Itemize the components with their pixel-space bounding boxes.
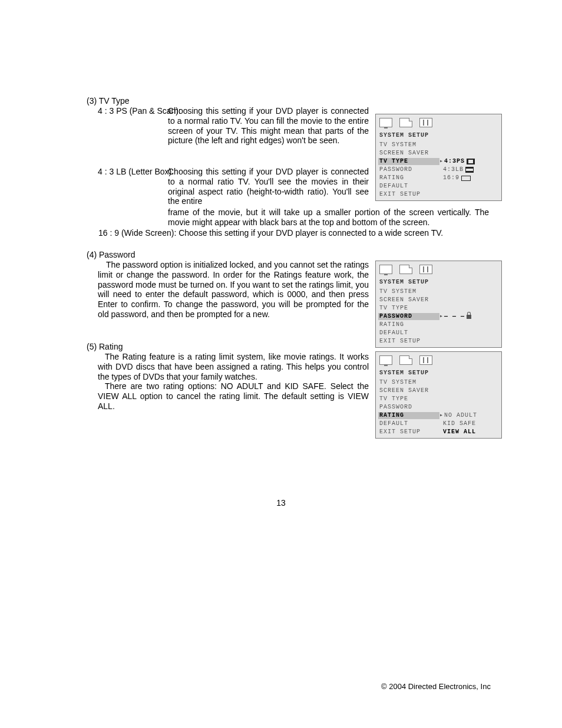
- note-icon: [399, 355, 412, 365]
- osd-label: TV SYSTEM: [379, 379, 438, 386]
- osd-figure-rating: SYSTEM SETUP TV SYSTEM SCREEN SAVER TV T…: [375, 351, 502, 439]
- osd-item-password: PASSWORD: [376, 403, 501, 411]
- osd-item-exit: EXIT SETUP: [376, 190, 501, 199]
- arrow-icon: ▸: [439, 158, 444, 165]
- monitor-icon: [379, 118, 392, 127]
- osd-label: RATING: [379, 321, 438, 328]
- osd-item-password: PASSWORD ▸ — — —: [376, 312, 501, 321]
- ratio-lb-icon: [465, 167, 474, 173]
- osd-label: EXIT SETUP: [379, 338, 438, 345]
- osd-iconbar: [376, 352, 501, 370]
- section-4-header: (4) Password: [87, 250, 135, 260]
- section-5-header: (5) Rating: [87, 342, 123, 352]
- sliders-icon: [419, 265, 432, 274]
- osd-label: DEFAULT: [379, 420, 438, 427]
- monitor-icon: [379, 355, 392, 365]
- osd-label: TV TYPE: [378, 158, 439, 165]
- tv-type-lb-desc-b: frame of the movie, but it will take up …: [168, 207, 489, 228]
- tv-type-lb-desc-a: Choosing this setting if your DVD player…: [168, 167, 369, 206]
- osd-label: DEFAULT: [379, 330, 438, 337]
- osd-label: SCREEN SAVER: [379, 297, 438, 304]
- section-3-header: (3) TV Type: [87, 96, 130, 106]
- osd-item-rating: RATING 16:9: [376, 174, 501, 182]
- ratio-ws-icon: [461, 176, 471, 181]
- rating-p1: The Rating feature is a rating limit sys…: [98, 352, 369, 381]
- osd-item-screen-saver: SCREEN SAVER: [376, 149, 501, 157]
- page-number: 13: [0, 498, 562, 508]
- osd-item-screen-saver: SCREEN SAVER: [376, 296, 501, 304]
- osd-label: DEFAULT: [379, 183, 438, 190]
- osd-item-exit: EXIT SETUP VIEW ALL: [376, 428, 501, 436]
- osd-label: RATING: [379, 174, 438, 182]
- osd-label: TV TYPE: [379, 396, 438, 403]
- osd-value: KID SAFE: [443, 420, 476, 427]
- osd-label: SCREEN SAVER: [379, 387, 438, 394]
- osd-title: SYSTEM SETUP: [376, 132, 501, 141]
- osd-value: VIEW ALL: [443, 429, 476, 436]
- osd-label: TV TYPE: [379, 305, 438, 312]
- osd-item-password: PASSWORD 4:3LB: [376, 166, 501, 174]
- osd-label: PASSWORD: [379, 404, 438, 411]
- osd-label: TV SYSTEM: [379, 141, 438, 149]
- osd-title: SYSTEM SETUP: [376, 370, 501, 378]
- tv-type-ws-desc: 16 : 9 (Wide Screen): Choose this settin…: [98, 228, 489, 238]
- osd-item-tv-system: TV SYSTEM: [376, 141, 501, 149]
- osd-value: — — —: [444, 313, 465, 320]
- osd-value: 4:3LB: [443, 166, 464, 173]
- rating-desc: The Rating feature is a rating limit sys…: [98, 352, 369, 411]
- osd-item-tv-type: TV TYPE: [376, 304, 501, 312]
- osd-item-rating: RATING: [376, 321, 501, 329]
- osd-figure-tv-type: SYSTEM SETUP TV SYSTEM SCREEN SAVER TV T…: [375, 114, 502, 201]
- osd-label: EXIT SETUP: [379, 191, 438, 198]
- osd-iconbar: [376, 261, 501, 279]
- osd-label: PASSWORD: [378, 313, 439, 320]
- osd-label: PASSWORD: [379, 166, 438, 173]
- manual-page: (3) TV Type 4 : 3 PS (Pan & Scan): Choos…: [0, 0, 562, 728]
- osd-item-tv-system: TV SYSTEM: [376, 288, 501, 296]
- osd-label: SCREEN SAVER: [379, 150, 438, 157]
- osd-title: SYSTEM SETUP: [376, 279, 501, 288]
- password-desc-text: The password option is initialized locke…: [98, 260, 369, 319]
- sliders-icon: [419, 355, 432, 365]
- rating-p2: There are two rating options: NO ADULT a…: [98, 381, 369, 411]
- osd-figure-password: SYSTEM SETUP TV SYSTEM SCREEN SAVER TV T…: [375, 261, 502, 348]
- arrow-icon: ▸: [439, 412, 444, 419]
- arrow-icon: ▸: [439, 313, 444, 320]
- tv-type-ps-desc: Choosing this setting if your DVD player…: [168, 106, 369, 146]
- osd-label: EXIT SETUP: [379, 429, 438, 436]
- osd-item-default: DEFAULT: [376, 329, 501, 337]
- note-icon: [399, 265, 412, 274]
- sliders-icon: [419, 118, 432, 127]
- osd-item-tv-type: TV TYPE ▸ 4:3PS: [376, 157, 501, 166]
- osd-label: TV SYSTEM: [379, 288, 438, 295]
- osd-item-rating: RATING ▸ NO ADULT: [376, 411, 501, 420]
- osd-item-default: DEFAULT KID SAFE: [376, 420, 501, 428]
- ratio-ps-icon: [467, 159, 475, 164]
- osd-item-default: DEFAULT: [376, 182, 501, 190]
- osd-iconbar: [376, 114, 501, 132]
- password-desc: The password option is initialized locke…: [98, 260, 369, 319]
- lock-icon: [467, 315, 471, 319]
- osd-item-screen-saver: SCREEN SAVER: [376, 387, 501, 395]
- tv-type-lb-label: 4 : 3 LB (Letter Box):: [98, 167, 174, 177]
- osd-item-tv-type: TV TYPE: [376, 395, 501, 403]
- monitor-icon: [379, 265, 392, 274]
- osd-value: 4:3PS: [444, 158, 465, 165]
- osd-item-tv-system: TV SYSTEM: [376, 378, 501, 387]
- osd-label: RATING: [378, 412, 439, 419]
- note-icon: [399, 118, 412, 127]
- copyright-footer: © 2004 Directed Electronics, Inc: [381, 682, 491, 691]
- osd-value: 16:9: [443, 174, 459, 182]
- osd-value: NO ADULT: [444, 412, 477, 419]
- osd-item-exit: EXIT SETUP: [376, 337, 501, 345]
